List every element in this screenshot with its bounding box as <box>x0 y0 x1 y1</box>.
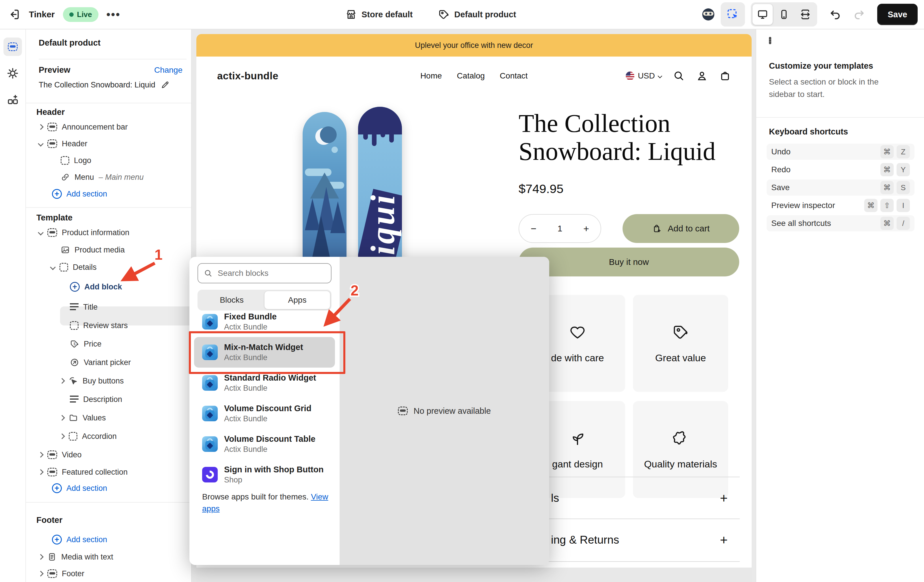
redo-button[interactable] <box>847 2 871 26</box>
exit-icon[interactable] <box>8 8 21 21</box>
undo-button[interactable] <box>823 2 847 26</box>
inspect-mode-button[interactable] <box>721 2 745 26</box>
expand-plus-icon[interactable]: + <box>720 490 728 506</box>
sidebar-item-price[interactable]: $ Price <box>70 336 102 352</box>
divider <box>518 561 740 562</box>
tag-icon <box>438 9 450 20</box>
announcement-bar[interactable]: Uplevel your office with new decor <box>196 34 752 57</box>
app-item-volume-discount-table[interactable]: Volume Discount TableActix Bundle <box>190 429 340 459</box>
chevron-right-icon[interactable] <box>38 554 44 560</box>
expand-plus-icon[interactable]: + <box>720 532 728 547</box>
shortcut-row-undo: Undo ⌘Z <box>767 144 914 160</box>
plus-circle-icon: + <box>70 282 80 292</box>
preview-persona-icon[interactable] <box>702 8 715 21</box>
sidebar-item-review-stars[interactable]: Review stars <box>70 317 128 334</box>
block-icon <box>69 432 78 441</box>
quantity-increase-button[interactable]: + <box>583 223 589 234</box>
accordion-row-shipping-returns[interactable]: ing & Returns + <box>518 518 740 561</box>
add-section-template-button[interactable]: + Add section <box>52 480 107 496</box>
block-icon <box>59 263 68 271</box>
key-slash: / <box>897 217 910 230</box>
app-item-sign-in-with-shop[interactable]: Sign in with Shop ButtonShop <box>190 459 340 490</box>
search-blocks-input[interactable] <box>217 268 325 278</box>
sidebar-item-details[interactable]: Details <box>51 259 97 275</box>
browse-apps-note: Browse apps built for themes. View apps <box>202 491 329 515</box>
cart-icon[interactable] <box>719 70 731 82</box>
store-logo[interactable]: actix-bundle <box>217 70 278 82</box>
image-icon <box>61 245 70 255</box>
text-lines-icon <box>70 396 79 403</box>
link-icon <box>61 173 70 182</box>
store-default-selector[interactable]: Store default <box>345 9 412 20</box>
page-selector[interactable]: Default product <box>438 9 516 20</box>
divider <box>26 103 191 103</box>
search-icon[interactable] <box>673 70 685 82</box>
sidebar-item-footer[interactable]: Footer <box>39 566 84 582</box>
right-panel-description: Select a section or block in the sidebar… <box>769 76 899 101</box>
search-blocks-field[interactable] <box>198 263 332 283</box>
nav-home[interactable]: Home <box>421 71 442 81</box>
change-preview-link[interactable]: Change <box>154 66 183 75</box>
text-lines-icon <box>70 303 79 311</box>
sidebar-item-buy-buttons[interactable]: Buy buttons <box>60 373 124 389</box>
buy-it-now-button[interactable]: Buy it now <box>518 248 739 276</box>
actix-bundle-app-icon <box>202 375 218 391</box>
shop-app-icon <box>202 467 218 482</box>
preview-product-name: The Collection Snowboard: Liquid <box>39 81 155 89</box>
sidebar-item-accordion[interactable]: Accordion <box>60 428 117 444</box>
desktop-view-button[interactable] <box>752 4 773 25</box>
edit-pencil-icon[interactable] <box>160 80 170 89</box>
app-item-volume-discount-grid[interactable]: Volume Discount GridActix Bundle <box>190 398 340 429</box>
sidebar-item-featured-collection[interactable]: Featured collection <box>39 464 128 480</box>
add-block-button[interactable]: + Add block <box>70 279 122 295</box>
mobile-view-button[interactable] <box>774 4 794 25</box>
shortcut-row-save: Save ⌘S <box>767 179 914 196</box>
sections-sidebar: Default product Preview Change The Colle… <box>26 29 192 582</box>
sidebar-item-media-with-text[interactable]: Media with text <box>39 549 113 565</box>
chevron-right-icon[interactable] <box>38 469 44 475</box>
sidebar-item-menu[interactable]: Menu – Main menu <box>61 169 144 185</box>
right-panel-heading: Customize your templates <box>769 61 873 71</box>
sidebar-item-logo[interactable]: Logo <box>61 152 91 169</box>
chevron-right-icon[interactable] <box>38 571 44 577</box>
nav-contact[interactable]: Contact <box>500 71 528 81</box>
key-cmd: ⌘ <box>864 199 878 212</box>
account-icon[interactable] <box>696 70 708 82</box>
sidebar-item-variant-picker[interactable]: Variant picker <box>70 354 131 370</box>
chevron-down-icon[interactable] <box>50 264 56 270</box>
save-button[interactable]: Save <box>877 4 917 25</box>
shortcut-row-see-all: See all shortcuts ⌘/ <box>767 215 914 232</box>
quantity-decrease-button[interactable]: − <box>531 223 536 234</box>
rail-settings-tab[interactable] <box>3 64 22 82</box>
sidebar-item-description[interactable]: Description <box>70 391 122 408</box>
rail-sections-tab[interactable] <box>3 38 22 56</box>
block-picker-popup: Blocks Apps Fixed BundleActix Bundle Mix… <box>190 257 549 565</box>
chevron-right-icon[interactable] <box>38 452 44 458</box>
search-icon <box>204 269 213 278</box>
currency-selector[interactable]: USD <box>626 71 662 81</box>
sidebar-item-values[interactable]: Values <box>60 410 106 426</box>
sidebar-item-product-information[interactable]: Product information <box>39 225 129 241</box>
accordion-row-materials[interactable]: ls + <box>518 477 740 518</box>
chevron-down-icon[interactable] <box>38 230 44 235</box>
editor-rail <box>0 29 26 582</box>
chevron-right-icon[interactable] <box>59 415 65 421</box>
chevron-right-icon[interactable] <box>59 378 65 384</box>
more-actions-button[interactable]: ••• <box>107 8 121 21</box>
add-to-cart-button[interactable]: Add to cart <box>622 214 739 243</box>
section-icon <box>47 450 57 459</box>
rail-apps-tab[interactable] <box>3 90 22 109</box>
sidebar-item-product-media[interactable]: Product media <box>61 242 125 258</box>
add-section-header-button[interactable]: + Add section <box>52 186 107 202</box>
chevron-right-icon[interactable] <box>38 124 44 130</box>
sidebar-item-announcement-bar[interactable]: Announcement bar <box>39 119 128 135</box>
sidebar-item-title[interactable]: Title <box>70 299 97 315</box>
fullwidth-view-button[interactable] <box>795 4 815 25</box>
chevron-down-icon[interactable] <box>38 141 44 146</box>
chevron-right-icon[interactable] <box>59 433 65 439</box>
sidebar-item-video[interactable]: Video <box>39 447 82 463</box>
add-section-footer-button[interactable]: + Add section <box>52 531 107 547</box>
sidebar-item-header[interactable]: Header <box>39 136 87 152</box>
nav-catalog[interactable]: Catalog <box>457 71 485 81</box>
tag-icon <box>672 324 689 341</box>
